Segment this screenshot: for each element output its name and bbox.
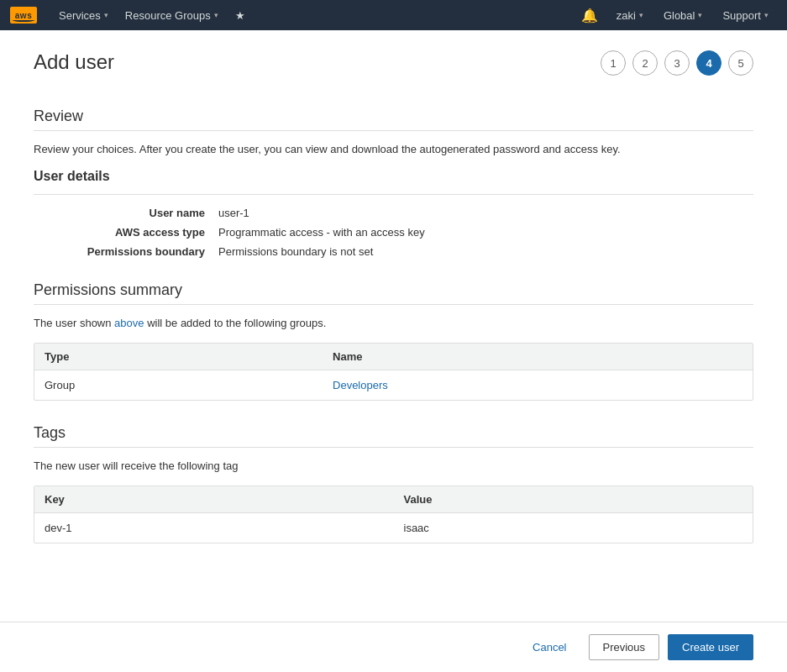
permissions-desc: The user shown above will be added to th…: [34, 317, 753, 329]
permissions-boundary-value: Permissions boundary is not set: [218, 245, 373, 258]
permissions-divider: [34, 304, 753, 305]
user-details-divider: [34, 194, 753, 195]
star-icon: ★: [235, 9, 245, 22]
permissions-row-type: Group: [34, 370, 323, 401]
permissions-section: Permissions summary The user shown above…: [34, 281, 753, 401]
permissions-col-name: Name: [323, 344, 753, 370]
page-header: Add user 1 2 3 4 5: [34, 50, 753, 91]
aws-logo[interactable]: aws: [10, 7, 37, 24]
permissions-section-title: Permissions summary: [34, 281, 753, 299]
steps-container: 1 2 3 4 5: [601, 50, 753, 76]
permissions-table-container: Type Name Group Developers: [34, 343, 753, 401]
tags-col-key: Key: [34, 486, 394, 513]
permissions-desc-link[interactable]: above: [114, 317, 144, 329]
bell-icon: 🔔: [581, 8, 598, 24]
footer: Cancel Previous Create user: [0, 622, 787, 672]
username-label: User name: [34, 207, 218, 219]
previous-button[interactable]: Previous: [589, 634, 660, 660]
username-value: user-1: [218, 207, 249, 219]
permissions-table: Type Name Group Developers: [34, 344, 753, 400]
review-section-title: Review: [34, 108, 753, 125]
developers-link[interactable]: Developers: [333, 379, 388, 391]
cancel-button[interactable]: Cancel: [519, 635, 580, 659]
step-4-active: 4: [696, 50, 721, 76]
page-title: Add user: [34, 50, 114, 74]
region-chevron-icon: ▾: [698, 11, 702, 19]
nav-services[interactable]: Services ▾: [50, 0, 117, 30]
review-desc: Review your choices. After you create th…: [34, 143, 753, 155]
tags-table-header-row: Key Value: [34, 486, 753, 513]
services-chevron-icon: ▾: [104, 11, 108, 19]
tags-section: Tags The new user will receive the follo…: [34, 424, 753, 543]
detail-row-permissions-boundary: Permissions boundary Permissions boundar…: [34, 245, 753, 258]
resource-groups-chevron-icon: ▾: [214, 11, 218, 19]
access-type-value: Programmatic access - with an access key: [218, 226, 425, 239]
nav-notifications[interactable]: 🔔: [575, 0, 605, 30]
table-row: dev-1 isaac: [34, 513, 753, 543]
permissions-col-type: Type: [34, 344, 323, 370]
tag-value: isaac: [394, 513, 753, 543]
user-details-section: User details User name user-1 AWS access…: [34, 169, 753, 258]
review-section: Review Review your choices. After you cr…: [34, 108, 753, 155]
nav-right: 🔔 zaki ▾ Global ▾ Support ▾: [575, 0, 777, 30]
main-content: Add user 1 2 3 4 5 Review Review your ch…: [0, 30, 787, 622]
permissions-row-name: Developers: [323, 370, 753, 401]
user-details-table: User name user-1 AWS access type Program…: [34, 207, 753, 258]
tag-key: dev-1: [34, 513, 394, 543]
aws-smile-icon: [13, 18, 34, 22]
access-type-label: AWS access type: [34, 226, 218, 239]
step-5: 5: [728, 50, 753, 76]
create-user-button[interactable]: Create user: [668, 634, 753, 660]
review-divider: [34, 130, 753, 131]
support-chevron-icon: ▾: [764, 11, 769, 19]
tags-table-container: Key Value dev-1 isaac: [34, 486, 753, 543]
user-details-title: User details: [34, 169, 753, 184]
permissions-boundary-label: Permissions boundary: [34, 245, 218, 258]
step-2: 2: [632, 50, 658, 76]
nav-support[interactable]: Support ▾: [714, 0, 777, 30]
permissions-table-header-row: Type Name: [34, 344, 753, 370]
nav-favorites[interactable]: ★: [227, 0, 254, 30]
tags-desc: The new user will receive the following …: [34, 459, 753, 472]
top-nav: aws Services ▾ Resource Groups ▾ ★ 🔔 zak…: [0, 0, 787, 30]
nav-user[interactable]: zaki ▾: [608, 0, 652, 30]
tags-section-title: Tags: [34, 424, 753, 442]
tags-col-value: Value: [394, 486, 753, 513]
step-3: 3: [664, 50, 690, 76]
detail-row-access-type: AWS access type Programmatic access - wi…: [34, 226, 753, 239]
table-row: Group Developers: [34, 370, 753, 401]
tags-divider: [34, 447, 753, 448]
nav-region[interactable]: Global ▾: [655, 0, 711, 30]
user-chevron-icon: ▾: [639, 11, 643, 19]
detail-row-username: User name user-1: [34, 207, 753, 219]
nav-resource-groups[interactable]: Resource Groups ▾: [117, 0, 227, 30]
step-1: 1: [601, 50, 626, 76]
tags-table: Key Value dev-1 isaac: [34, 486, 753, 543]
